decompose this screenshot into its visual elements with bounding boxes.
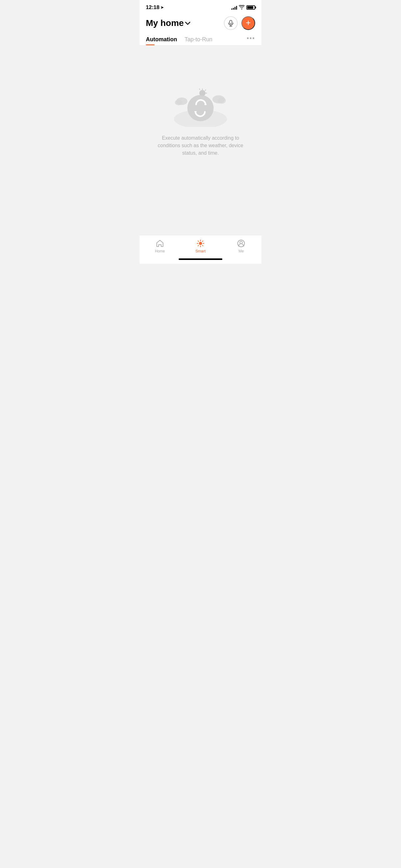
add-button[interactable]: + bbox=[241, 16, 255, 30]
home-indicator-bar bbox=[179, 258, 222, 260]
wifi-icon bbox=[239, 5, 244, 10]
header: My home + bbox=[140, 13, 261, 30]
empty-state-text: Execute automatically according to condi… bbox=[154, 134, 247, 157]
signal-icon bbox=[231, 5, 237, 10]
nav-label-smart: Smart bbox=[196, 249, 205, 253]
svg-point-5 bbox=[175, 100, 182, 105]
svg-line-23 bbox=[202, 241, 203, 242]
svg-point-7 bbox=[218, 97, 226, 104]
svg-line-21 bbox=[198, 241, 199, 242]
plus-icon: + bbox=[246, 19, 251, 27]
svg-point-13 bbox=[188, 95, 213, 121]
more-options-button[interactable]: ••• bbox=[247, 35, 255, 44]
smart-nav-icon bbox=[196, 239, 205, 248]
home-title-button[interactable]: My home bbox=[146, 18, 191, 28]
svg-line-12 bbox=[199, 89, 200, 90]
status-icons bbox=[231, 5, 255, 10]
tab-automation[interactable]: Automation bbox=[146, 34, 177, 45]
empty-state: Execute automatically according to condi… bbox=[147, 71, 254, 163]
chevron-down-icon bbox=[185, 21, 191, 27]
tab-tap-to-run[interactable]: Tap-to-Run bbox=[185, 34, 212, 45]
tab-tap-to-run-label: Tap-to-Run bbox=[185, 36, 212, 42]
me-nav-icon bbox=[237, 239, 245, 248]
nav-label-me: Me bbox=[239, 249, 244, 253]
svg-line-24 bbox=[198, 245, 199, 246]
battery-icon bbox=[246, 5, 255, 10]
nav-label-home: Home bbox=[155, 249, 165, 253]
location-arrow-icon: ➤ bbox=[161, 5, 164, 10]
svg-line-22 bbox=[202, 245, 203, 246]
nav-item-home[interactable]: Home bbox=[147, 239, 172, 253]
home-indicator bbox=[140, 256, 261, 264]
main-content: Execute automatically according to condi… bbox=[140, 45, 261, 235]
mic-button[interactable] bbox=[224, 16, 238, 30]
tab-automation-label: Automation bbox=[146, 36, 177, 42]
svg-point-16 bbox=[199, 242, 202, 245]
tab-active-indicator bbox=[146, 44, 155, 45]
tabs: Automation Tap-to-Run ••• bbox=[140, 30, 261, 45]
status-time: 12:18 ➤ bbox=[146, 4, 164, 11]
svg-point-26 bbox=[240, 241, 242, 244]
header-actions: + bbox=[224, 16, 255, 30]
nav-item-smart[interactable]: Smart bbox=[188, 239, 213, 253]
home-title-text: My home bbox=[146, 18, 183, 28]
svg-rect-0 bbox=[230, 20, 232, 24]
svg-line-10 bbox=[205, 90, 206, 91]
status-bar: 12:18 ➤ bbox=[140, 0, 261, 13]
nav-item-me[interactable]: Me bbox=[229, 239, 254, 253]
home-nav-icon bbox=[156, 239, 164, 248]
mic-icon bbox=[227, 20, 234, 27]
empty-state-illustration bbox=[172, 77, 229, 127]
bottom-nav: Home Smart Me bbox=[140, 235, 261, 256]
